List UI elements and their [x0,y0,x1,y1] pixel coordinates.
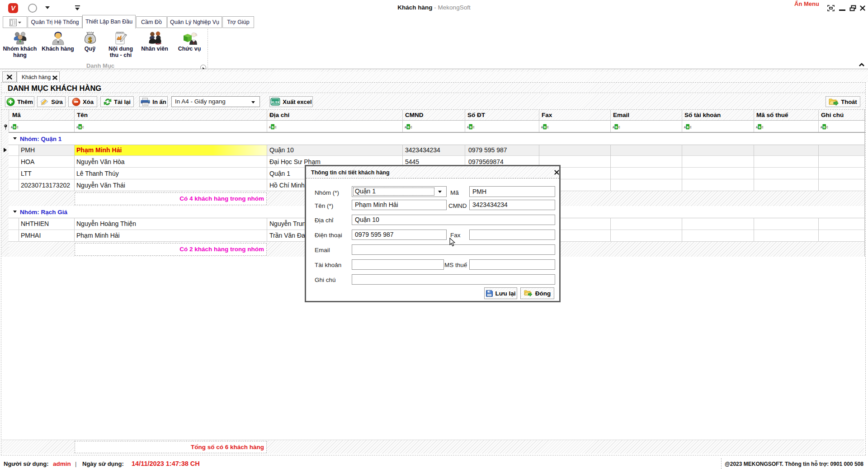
svg-text:B: B [407,126,410,129]
svg-text:C: C [17,126,19,129]
svg-text:A: A [467,126,469,129]
svg-text:B: B [615,126,618,129]
svg-text:A: A [11,126,13,129]
svg-text:A: A [613,126,614,129]
svg-text:A: A [405,126,406,129]
svg-text:A: A [76,126,78,129]
svg-text:C: C [826,126,828,129]
svg-text:C: C [410,126,412,129]
svg-text:B: B [687,126,689,129]
svg-text:B: B [470,126,472,129]
svg-text:C: C [690,126,692,129]
svg-text:C: C [473,126,475,129]
svg-text:B: B [79,126,81,129]
svg-text:B: B [14,126,16,129]
svg-text:A: A [541,126,543,129]
svg-text:C: C [762,126,764,129]
svg-text:B: B [544,126,546,129]
svg-text:A: A [269,126,271,129]
svg-text:C: C [275,126,277,129]
svg-text:$: $ [88,36,92,44]
svg-text:C: C [82,126,84,129]
svg-text:B: B [823,126,826,129]
svg-text:C: C [618,126,620,129]
svg-text:B: B [272,126,274,129]
svg-text:C: C [547,126,549,129]
svg-text:A: A [821,126,822,129]
svg-text:A: A [756,126,758,129]
svg-text:A: A [684,126,686,129]
svg-text:XLSX: XLSX [271,100,280,104]
svg-text:B: B [759,126,761,129]
